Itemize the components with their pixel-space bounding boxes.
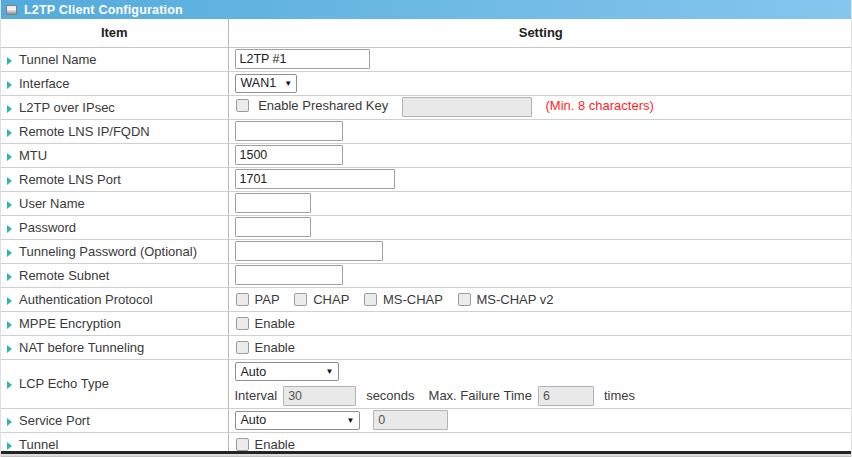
arrow-bullet-icon — [7, 225, 12, 233]
nat-enable-checkbox[interactable] — [236, 341, 249, 354]
column-header-item: Item — [1, 19, 228, 47]
row-label-remote-lns-ip: Remote LNS IP/FQDN — [19, 124, 150, 139]
arrow-bullet-icon — [7, 297, 12, 305]
chap-checkbox[interactable] — [294, 293, 307, 306]
arrow-bullet-icon — [7, 273, 12, 281]
tunnel-enable-label: Enable — [255, 437, 295, 452]
table-row: Remote Subnet — [1, 263, 852, 287]
row-label-mppe: MPPE Encryption — [19, 316, 121, 331]
section-title-bar: L2TP Client Configuration — [1, 0, 851, 19]
arrow-bullet-icon — [7, 177, 12, 185]
row-label-tunnel-name: Tunnel Name — [19, 52, 97, 67]
password-input[interactable] — [235, 217, 311, 237]
table-header-row: Item Setting — [1, 19, 852, 47]
max-failure-time-input[interactable] — [538, 386, 594, 406]
remote-lns-port-input[interactable] — [235, 169, 395, 189]
service-port-select[interactable]: Auto ▼ — [235, 411, 360, 430]
lcp-echo-type-select-value: Auto — [241, 365, 267, 379]
chap-label: CHAP — [313, 292, 349, 307]
table-row: Remote LNS IP/FQDN — [1, 119, 852, 143]
row-label-mtu: MTU — [19, 148, 47, 163]
ms-chap-label: MS-CHAP — [383, 292, 443, 307]
auth-option-pap: PAP — [235, 292, 280, 307]
table-row: Interface WAN1 ▼ — [1, 71, 852, 95]
ms-chap-checkbox[interactable] — [364, 293, 377, 306]
row-label-user-name: User Name — [19, 196, 85, 211]
arrow-bullet-icon — [7, 345, 12, 353]
auth-option-ms-chap-v2: MS-CHAP v2 — [457, 292, 554, 307]
table-row: Tunneling Password (Optional) — [1, 239, 852, 263]
auth-option-ms-chap: MS-CHAP — [363, 292, 443, 307]
arrow-bullet-icon — [7, 153, 12, 161]
pap-checkbox[interactable] — [236, 293, 249, 306]
user-name-input[interactable] — [235, 193, 311, 213]
interval-label: Interval — [235, 388, 278, 403]
row-label-remote-subnet: Remote Subnet — [19, 268, 109, 283]
max-failure-time-label: Max. Failure Time — [429, 388, 532, 403]
interface-select[interactable]: WAN1 ▼ — [235, 74, 297, 93]
table-row: Service Port Auto ▼ — [1, 408, 852, 432]
preshared-key-enable-label: Enable Preshared Key — [258, 98, 388, 113]
service-port-number-input[interactable] — [373, 410, 448, 430]
row-label-password: Password — [19, 220, 76, 235]
table-row: MPPE Encryption Enable — [1, 311, 852, 335]
arrow-bullet-icon — [7, 129, 12, 137]
table-row: Password — [1, 215, 852, 239]
table-row: NAT before Tunneling Enable — [1, 335, 852, 359]
remote-subnet-input[interactable] — [235, 265, 343, 285]
tunnel-enable-checkbox[interactable] — [236, 438, 249, 451]
auth-option-chap: CHAP — [293, 292, 349, 307]
ms-chap-v2-label: MS-CHAP v2 — [477, 292, 554, 307]
arrow-bullet-icon — [7, 249, 12, 257]
interface-select-value: WAN1 — [241, 76, 277, 90]
table-row: User Name — [1, 191, 852, 215]
arrow-bullet-icon — [7, 105, 12, 113]
row-label-tunnel: Tunnel — [19, 437, 58, 452]
chevron-down-icon: ▼ — [347, 416, 355, 425]
collapse-window-icon[interactable] — [6, 5, 17, 15]
mtu-input[interactable] — [235, 145, 343, 165]
table-row: L2TP over IPsec Enable Preshared Key (Mi… — [1, 95, 852, 119]
nat-enable-label: Enable — [255, 340, 295, 355]
table-row: LCP Echo Type Auto ▼ Interval seconds Ma… — [1, 359, 852, 408]
arrow-bullet-icon — [7, 201, 12, 209]
ms-chap-v2-checkbox[interactable] — [458, 293, 471, 306]
remote-lns-ip-input[interactable] — [235, 121, 343, 141]
mppe-enable-label: Enable — [255, 316, 295, 331]
table-row: Authentication Protocol PAP CHAP MS-CHAP… — [1, 287, 852, 311]
preshared-key-hint: (Min. 8 characters) — [545, 98, 653, 113]
l2tp-client-configuration-panel: L2TP Client Configuration Item Setting T… — [0, 0, 852, 457]
next-section-top-edge — [1, 451, 851, 457]
row-label-nat: NAT before Tunneling — [19, 340, 144, 355]
interval-input[interactable] — [283, 386, 356, 406]
arrow-bullet-icon — [7, 418, 12, 426]
column-header-setting: Setting — [228, 19, 852, 47]
arrow-bullet-icon — [7, 321, 12, 329]
row-label-lcp-echo: LCP Echo Type — [19, 376, 109, 391]
tunnel-name-input[interactable] — [235, 49, 370, 69]
arrow-bullet-icon — [7, 381, 12, 389]
table-row: Tunnel Name — [1, 47, 852, 71]
interval-unit-label: seconds — [366, 388, 414, 403]
row-label-interface: Interface — [19, 76, 70, 91]
preshared-key-input[interactable] — [402, 97, 532, 117]
arrow-bullet-icon — [7, 81, 12, 89]
mppe-enable-checkbox[interactable] — [236, 317, 249, 330]
lcp-echo-type-select[interactable]: Auto ▼ — [235, 362, 339, 381]
chevron-down-icon: ▼ — [284, 79, 292, 88]
pap-label: PAP — [255, 292, 280, 307]
row-label-auth-protocol: Authentication Protocol — [19, 292, 153, 307]
arrow-bullet-icon — [7, 442, 12, 450]
config-table: Item Setting Tunnel Name Interface WAN1 … — [1, 19, 852, 457]
row-label-tunneling-password: Tunneling Password (Optional) — [19, 244, 197, 259]
table-row: MTU — [1, 143, 852, 167]
failure-unit-label: times — [604, 388, 635, 403]
arrow-bullet-icon — [7, 57, 12, 65]
chevron-down-icon: ▼ — [326, 367, 334, 376]
preshared-key-enable-checkbox[interactable] — [236, 99, 249, 112]
table-row: Remote LNS Port — [1, 167, 852, 191]
tunneling-password-input[interactable] — [235, 241, 383, 261]
row-label-service-port: Service Port — [19, 413, 90, 428]
service-port-select-value: Auto — [241, 413, 267, 427]
row-label-remote-lns-port: Remote LNS Port — [19, 172, 121, 187]
